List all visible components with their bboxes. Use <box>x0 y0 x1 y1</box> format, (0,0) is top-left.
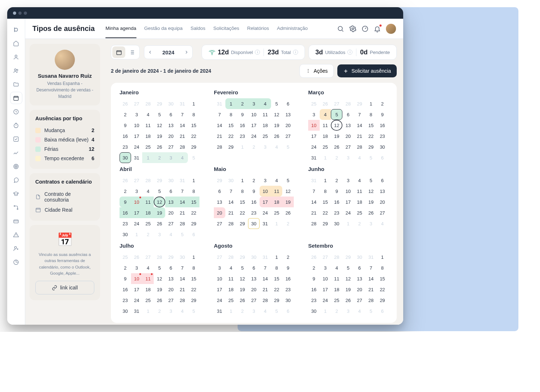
day-cell[interactable]: 10 <box>131 273 143 284</box>
day-cell[interactable]: 16 <box>282 273 294 284</box>
rail-chat[interactable] <box>10 174 22 186</box>
day-cell[interactable]: 19 <box>342 284 354 295</box>
day-cell[interactable]: 5 <box>188 306 199 316</box>
day-cell[interactable]: 20 <box>248 284 260 295</box>
day-cell[interactable]: 17 <box>131 284 143 295</box>
day-cell[interactable]: 27 <box>377 207 388 218</box>
day-cell[interactable]: 6 <box>377 306 388 316</box>
day-cell[interactable]: 21 <box>365 284 377 295</box>
day-cell[interactable]: 6 <box>377 152 388 163</box>
day-cell[interactable]: 26 <box>320 98 331 109</box>
day-cell[interactable]: 6 <box>282 98 294 109</box>
day-cell[interactable]: 9 <box>282 262 294 273</box>
day-cell[interactable]: 4 <box>142 109 154 120</box>
nav-tab[interactable]: Relatórios <box>247 19 269 38</box>
day-cell[interactable]: 1 <box>225 306 237 316</box>
day-cell[interactable]: 17 <box>320 284 331 295</box>
day-cell[interactable]: 27 <box>354 295 365 306</box>
nav-tab[interactable]: Gestão da equipa <box>144 19 183 38</box>
day-cell[interactable]: 13 <box>165 273 177 284</box>
day-cell[interactable]: 8 <box>365 109 377 120</box>
day-cell[interactable]: 22 <box>377 284 388 295</box>
day-cell[interactable]: 12 <box>331 120 342 131</box>
day-cell[interactable]: 4 <box>354 152 365 163</box>
rail-adduser[interactable] <box>10 243 22 254</box>
day-cell[interactable]: 1 <box>320 306 331 316</box>
day-cell[interactable]: 25 <box>120 252 131 262</box>
day-cell[interactable]: 10 <box>131 197 143 207</box>
day-cell[interactable]: 1 <box>320 175 331 186</box>
day-cell[interactable]: 27 <box>342 141 354 152</box>
day-cell[interactable]: 27 <box>165 141 177 152</box>
day-cell[interactable]: 15 <box>377 273 388 284</box>
day-cell[interactable]: 7 <box>308 186 320 197</box>
day-cell[interactable]: 22 <box>225 131 237 141</box>
day-cell[interactable]: 7 <box>177 109 188 120</box>
day-cell[interactable]: 28 <box>142 175 154 186</box>
day-cell[interactable]: 24 <box>131 141 143 152</box>
day-cell[interactable]: 11 <box>320 120 331 131</box>
day-cell[interactable]: 2 <box>377 98 388 109</box>
day-cell[interactable]: 8 <box>271 262 283 273</box>
day-cell[interactable]: 14 <box>354 120 365 131</box>
day-cell[interactable]: 26 <box>154 218 165 229</box>
day-cell[interactable]: 9 <box>377 109 388 120</box>
day-cell[interactable]: 13 <box>165 120 177 131</box>
day-cell[interactable]: 17 <box>131 207 143 218</box>
day-cell[interactable]: 1 <box>188 98 199 109</box>
day-cell[interactable]: 6 <box>248 262 260 273</box>
rail-target[interactable] <box>10 161 22 172</box>
day-cell[interactable]: 24 <box>308 141 320 152</box>
day-cell[interactable]: 2 <box>331 152 342 163</box>
day-cell[interactable]: 28 <box>308 218 320 229</box>
day-cell[interactable]: 6 <box>342 109 354 120</box>
day-cell[interactable]: 25 <box>271 207 283 218</box>
day-cell[interactable]: 19 <box>282 197 294 207</box>
day-cell[interactable]: 26 <box>331 141 342 152</box>
day-cell[interactable]: 22 <box>365 131 377 141</box>
day-cell[interactable]: 2 <box>331 175 342 186</box>
day-cell[interactable]: 27 <box>320 252 331 262</box>
day-cell[interactable]: 25 <box>308 98 320 109</box>
day-cell[interactable]: 6 <box>282 306 294 316</box>
rail-users[interactable] <box>10 65 22 76</box>
day-cell[interactable]: 29 <box>377 295 388 306</box>
day-cell[interactable]: 27 <box>331 98 342 109</box>
day-cell[interactable]: 30 <box>165 175 177 186</box>
day-cell[interactable]: 23 <box>377 131 388 141</box>
day-cell[interactable]: 3 <box>342 175 354 186</box>
day-cell[interactable]: 26 <box>308 252 320 262</box>
day-cell[interactable]: 6 <box>377 175 388 186</box>
day-cell[interactable]: 4 <box>142 186 154 197</box>
day-cell[interactable]: 28 <box>354 141 365 152</box>
day-cell[interactable]: 5 <box>271 306 283 316</box>
day-cell[interactable]: 12 <box>154 197 165 207</box>
day-cell[interactable]: 2 <box>282 252 294 262</box>
day-cell[interactable]: 16 <box>237 120 248 131</box>
actions-button[interactable]: Ações <box>300 64 334 78</box>
day-cell[interactable]: 16 <box>120 207 131 218</box>
day-cell[interactable]: 22 <box>188 284 199 295</box>
day-cell[interactable]: 26 <box>271 131 283 141</box>
day-cell[interactable]: 29 <box>188 141 199 152</box>
day-cell[interactable]: 10 <box>308 120 320 131</box>
day-cell[interactable]: 4 <box>271 175 283 186</box>
day-cell[interactable]: 1 <box>271 252 283 262</box>
day-cell[interactable]: 22 <box>320 207 331 218</box>
day-cell[interactable]: 13 <box>354 273 365 284</box>
day-cell[interactable]: 12 <box>154 273 165 284</box>
day-cell[interactable]: 2 <box>142 229 154 240</box>
day-cell[interactable]: 5 <box>282 141 294 152</box>
day-cell[interactable]: 18 <box>142 131 154 141</box>
day-cell[interactable]: 8 <box>188 109 199 120</box>
rail-home[interactable] <box>10 37 22 49</box>
day-cell[interactable]: 11 <box>225 273 237 284</box>
day-cell[interactable]: 1 <box>271 218 283 229</box>
day-cell[interactable]: 3 <box>131 109 143 120</box>
day-cell[interactable]: 27 <box>131 175 143 186</box>
day-cell[interactable]: 21 <box>177 284 188 295</box>
day-cell[interactable]: 28 <box>142 98 154 109</box>
rail-timer[interactable] <box>10 120 22 131</box>
day-cell[interactable]: 24 <box>131 218 143 229</box>
day-cell[interactable]: 8 <box>377 262 388 273</box>
